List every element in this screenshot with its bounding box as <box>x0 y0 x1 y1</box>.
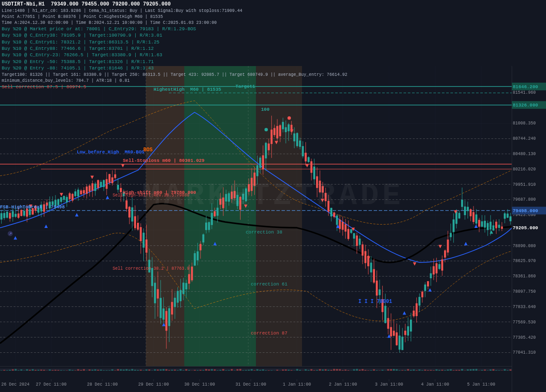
buy-line-2: Buy %10 @ C_Entry61: 78321.2 | Target:86… <box>2 39 347 46</box>
time-scale <box>0 371 512 380</box>
sell-correction-line: Sell correction 87.5 | 80974.5 <box>2 84 347 90</box>
target-line: Target100: 81326 || Target 161: 83380.9 … <box>2 72 347 78</box>
buy-line-5: Buy %20 @ Entry -50: 75388.5 | Target:81… <box>2 59 347 65</box>
chart-title: USDTIRT-Nbi,H1 79349.000 79455.000 79200… <box>2 1 347 8</box>
buy-line-1: Buy %10 @ C_Entry38: 79105.9 | Target:10… <box>2 32 347 39</box>
buy-line-6: Buy %20 @ Entry -88: 74105.1 | Target:81… <box>2 65 347 72</box>
buy-line-3: Buy %10 @ C_Entry88: 77466.6 | Target:83… <box>2 46 347 52</box>
chart-line2: Point A:77051 | Point B:80376 | Point C:… <box>2 14 347 20</box>
chart-line1: Line:1480 | h1_atr_c0: 183.9286 | tema_h… <box>2 8 347 14</box>
header-info: USDTIRT-Nbi,H1 79349.000 79455.000 79200… <box>0 0 349 91</box>
min-dist-line: minimum_distance_buy_levels: 784.7 | ATR… <box>2 78 347 84</box>
buy-line-4: Buy %10 @ C_Entry-23: 76266.5 | Target:8… <box>2 52 347 58</box>
chart-container: MARKETZTRADE USDTIRT-Nbi,H1 79349.000 79… <box>0 0 546 392</box>
watermark: MARKETZTRADE <box>142 179 404 213</box>
chart-line3: Time A:2024.12.30 02:00:00 | Time B:2024… <box>2 20 347 26</box>
buy-line-0: Buy %20 @ Market price or at: 78001 | C_… <box>2 26 347 32</box>
price-scale <box>512 0 546 366</box>
